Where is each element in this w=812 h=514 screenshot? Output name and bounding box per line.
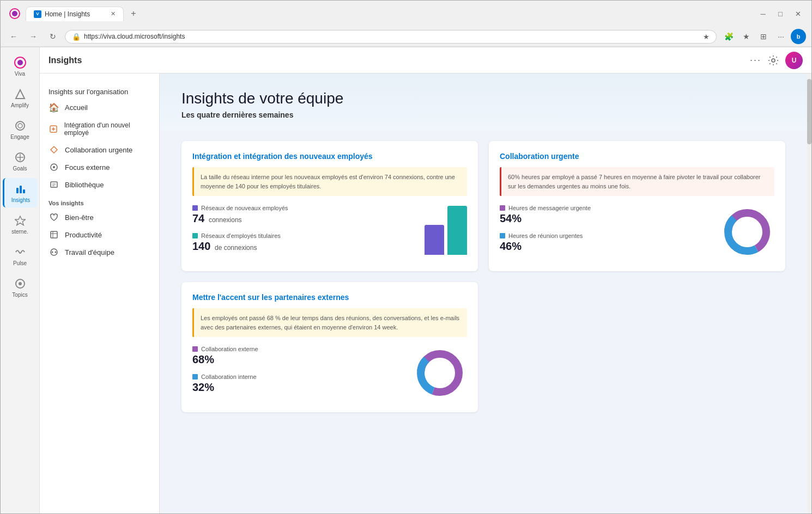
card-external: Mettre l'accent sur les partenaires exte… — [181, 282, 478, 412]
card-external-alert: Les employés ont passé 68 % de leur temp… — [192, 308, 467, 337]
window-maximize-button[interactable]: □ — [772, 8, 789, 19]
sidebar-item-collaboration[interactable]: Collaboration urgente — [40, 141, 159, 158]
home-icon: 🏠 — [49, 102, 59, 113]
sidebar-item-productivite[interactable]: Productivité — [40, 226, 159, 243]
pulse-label: Pulse — [13, 260, 27, 266]
svg-rect-8 — [16, 188, 19, 193]
address-bar[interactable]: 🔒 https://viva.cloud.microsoft/insights … — [65, 30, 717, 44]
sidebar-item-bibliotheque[interactable]: Bibliothèque — [40, 176, 159, 193]
sidebar-item-bienetre[interactable]: Bien-être — [40, 209, 159, 226]
productivity-icon — [49, 230, 59, 239]
nav-item-pulse[interactable]: Pulse — [3, 241, 38, 271]
sidebar-item-integration[interactable]: Intégration d'un nouvel employé — [40, 117, 159, 141]
sidebar-accueil-label: Accueil — [65, 103, 88, 112]
forward-button[interactable]: → — [26, 29, 41, 44]
sidebar-bienetre-label: Bien-être — [65, 213, 94, 222]
settings-icon[interactable] — [768, 55, 779, 66]
svg-marker-4 — [16, 90, 25, 99]
sidebar-item-focus[interactable]: Focus externe — [40, 158, 159, 176]
nav-item-engage[interactable]: Engage — [3, 115, 38, 144]
ext-metric2-dot — [192, 374, 198, 380]
card-external-title: Mettre l'accent sur les partenaires exte… — [192, 293, 467, 302]
card-urgent: Collaboration urgente 60% heures par emp… — [489, 141, 785, 271]
svg-point-14 — [772, 59, 775, 62]
sidebar-integration-label: Intégration d'un nouvel employé — [64, 121, 150, 137]
metric1-unit: connexions — [209, 216, 242, 224]
amplify-icon — [14, 88, 27, 101]
svg-point-22 — [55, 252, 57, 253]
card-onboarding-title: Intégration et intégration des nouveaux … — [192, 152, 467, 161]
content-area: Insights de votre équipe Les quatre dern… — [160, 74, 807, 513]
viva-label: Viva — [15, 71, 25, 77]
sidebar-section-personal-title: Vos insights — [40, 193, 159, 209]
sidebar-focus-label: Focus externe — [65, 163, 110, 172]
urgent-metric2-dot — [500, 233, 505, 238]
engage-label: Engage — [10, 134, 29, 140]
svg-rect-9 — [20, 186, 22, 193]
new-tab-button[interactable]: + — [126, 6, 141, 21]
bar1 — [425, 225, 444, 255]
svg-point-3 — [17, 60, 23, 65]
pulse-icon — [14, 246, 27, 259]
collections-icon[interactable]: ⊞ — [756, 29, 771, 44]
engage-icon — [14, 119, 27, 132]
window-minimize-button[interactable]: ─ — [755, 8, 771, 19]
refresh-button[interactable]: ↻ — [45, 29, 60, 44]
favorites-icon[interactable]: ★ — [738, 29, 754, 44]
sidebar-productivite-label: Productivité — [65, 231, 102, 239]
metric2-label: Réseaux d'employés titulaires — [201, 232, 281, 239]
user-avatar[interactable]: U — [785, 52, 803, 69]
teamwork-icon — [49, 248, 59, 256]
collaboration-icon — [49, 145, 59, 154]
external-donut — [413, 346, 467, 400]
svg-rect-19 — [51, 231, 57, 238]
svg-rect-10 — [23, 189, 25, 193]
metric2-dot — [192, 233, 198, 238]
svg-point-21 — [52, 252, 53, 253]
card-onboarding-alert: La taille du réseau interne pour les nou… — [192, 167, 467, 196]
window-close-button[interactable]: ✕ — [790, 8, 806, 19]
header-more-button[interactable]: ··· — [750, 54, 761, 66]
sidebar-item-accueil[interactable]: 🏠 Accueil — [40, 98, 159, 117]
amplify-label: Amplify — [11, 102, 29, 108]
wellbeing-icon — [49, 213, 59, 222]
ext-metric2-label: Collaboration interne — [201, 374, 257, 380]
card-urgent-alert: 60% heures par employé a passé 7 heures … — [500, 167, 774, 196]
urgent-metric1-label: Heures de messagerie urgente — [508, 205, 591, 211]
tab-close-button[interactable]: ✕ — [111, 10, 116, 17]
integration-icon — [49, 125, 59, 133]
scrollbar-thumb[interactable] — [807, 79, 811, 144]
app-header: Insights ··· U — [40, 47, 811, 74]
nav-item-sterne[interactable]: sterne. — [3, 210, 38, 239]
urgent-donut — [720, 205, 774, 259]
goals-icon — [14, 151, 27, 164]
more-button[interactable]: ··· — [773, 29, 789, 44]
nav-item-insights[interactable]: Insights — [3, 178, 38, 207]
sidebar-bibliotheque-label: Bibliothèque — [65, 181, 104, 189]
extensions-icon[interactable]: 🧩 — [721, 29, 736, 44]
scrollbar-track[interactable] — [807, 74, 811, 513]
back-button[interactable]: ← — [6, 29, 21, 44]
sidebar-item-travail[interactable]: Travail d'équipe — [40, 243, 159, 261]
svg-marker-11 — [15, 216, 25, 225]
bar-chart — [425, 205, 467, 259]
urgent-metric1-dot — [500, 205, 505, 211]
nav-rail: Viva Amplify Engage Goals — [1, 47, 40, 513]
metric1-dot — [192, 205, 198, 211]
nav-item-goals[interactable]: Goals — [3, 146, 38, 176]
ext-metric1-label: Collaboration externe — [201, 346, 258, 352]
active-tab[interactable]: V Home | Insights ✕ — [26, 7, 124, 21]
sterne-label: sterne. — [11, 229, 28, 235]
nav-item-viva[interactable]: Viva — [3, 52, 38, 81]
bing-button[interactable]: b — [791, 29, 806, 44]
ext-metric2-value: 32% — [192, 381, 404, 394]
svg-point-1 — [12, 11, 17, 16]
sidebar-collaboration-label: Collaboration urgente — [65, 146, 132, 154]
bar2 — [447, 206, 467, 255]
nav-item-amplify[interactable]: Amplify — [3, 83, 38, 113]
svg-point-13 — [19, 282, 22, 285]
sidebar: Insights sur l'organisation 🏠 Accueil In… — [40, 74, 160, 513]
content-header: Insights de votre équipe Les quatre dern… — [160, 74, 807, 130]
svg-point-25 — [734, 218, 761, 246]
nav-item-topics[interactable]: Topics — [3, 273, 38, 302]
